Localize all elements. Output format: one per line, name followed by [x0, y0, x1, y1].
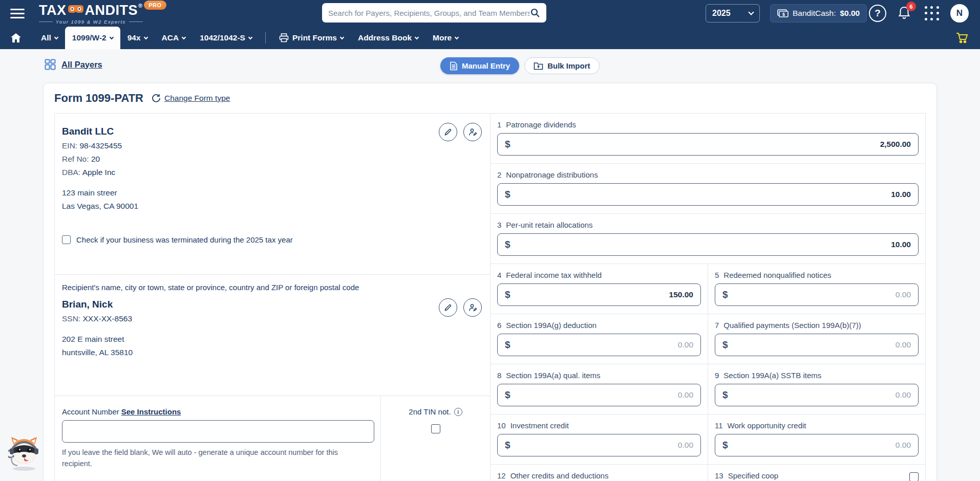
nav-tab-all[interactable]: All — [34, 27, 65, 49]
field-9: 9Section 199A(a) SSTB items $ — [708, 364, 925, 414]
payer-name[interactable]: Bandit LLC — [62, 126, 483, 137]
banditcash-button[interactable]: $ BanditCash: $0.00 — [770, 4, 867, 23]
manual-entry-button[interactable]: Manual Entry — [440, 57, 519, 74]
field-4-input[interactable] — [510, 290, 693, 299]
money-bill-icon: $ — [777, 9, 789, 17]
help-button[interactable]: ? — [869, 5, 886, 22]
search-icon[interactable] — [530, 8, 540, 18]
recipient-name[interactable]: Brian, Nick — [62, 299, 483, 310]
chevron-down-icon — [182, 35, 186, 39]
field-9-label: Section 199A(a) SSTB items — [723, 371, 821, 380]
chevron-down-icon — [748, 9, 754, 15]
business-terminated-row: Check if your business was terminated du… — [62, 235, 483, 244]
field-1-label: Patronage dividends — [506, 120, 576, 129]
dollar-icon: $ — [505, 239, 510, 250]
field-2-number: 2 — [497, 170, 501, 179]
cart-icon[interactable] — [955, 32, 969, 46]
edit-recipient-icon[interactable] — [439, 298, 457, 317]
field-1-input[interactable] — [510, 140, 911, 149]
nav-tab-1042[interactable]: 1042/1042-S — [193, 27, 259, 49]
chevron-down-icon — [248, 35, 252, 39]
hamburger-menu-icon[interactable] — [10, 9, 25, 18]
payer-section: Bandit LLC EIN: 98-4325455 Ref No: 20 DB… — [55, 114, 490, 275]
content-area: All Payers Manual Entry Bulk Import Form… — [0, 49, 980, 481]
recipient-actions — [439, 298, 482, 317]
field-6-number: 6 — [497, 321, 501, 330]
business-terminated-checkbox[interactable] — [62, 235, 71, 244]
field-7: 7Qualified payments (Section 199A(b)(7))… — [708, 314, 925, 364]
field-6-input[interactable] — [510, 340, 693, 349]
field-8-label: Section 199A(a) qual. items — [506, 371, 600, 380]
logo-tax-text: TAX — [39, 3, 67, 18]
second-tin-checkbox[interactable] — [431, 424, 440, 433]
field-row-8-9: 8Section 199A(a) qual. items $ 9Section … — [491, 364, 925, 414]
field-7-label: Qualified payments (Section 199A(b)(7)) — [723, 321, 861, 330]
field-11-number: 11 — [715, 421, 723, 430]
printer-icon — [279, 33, 289, 42]
nav-tab-1099-w2[interactable]: 1099/W-2 — [65, 27, 120, 49]
svg-text:$: $ — [782, 12, 785, 17]
home-icon[interactable] — [10, 32, 22, 43]
edit-payer-icon[interactable] — [439, 123, 457, 141]
form-title: Form 1099-PATR — [54, 92, 143, 105]
dollar-icon: $ — [722, 339, 728, 351]
page-toolbar: All Payers Manual Entry Bulk Import — [0, 49, 980, 83]
nav-tab-more[interactable]: More — [425, 27, 465, 49]
nav-tab-print-forms[interactable]: Print Forms — [272, 27, 351, 49]
form-card-header: Form 1099-PATR Change Form type — [44, 83, 936, 113]
form-left-pane: Bandit LLC EIN: 98-4325455 Ref No: 20 DB… — [55, 114, 490, 481]
field-10-input[interactable] — [510, 441, 693, 450]
field-9-input[interactable] — [728, 390, 911, 400]
change-form-type-link[interactable]: Change Form type — [152, 94, 230, 103]
dollar-icon: $ — [505, 139, 510, 150]
bulk-import-label: Bulk Import — [547, 61, 590, 70]
nav-tab-aca[interactable]: ACA — [155, 27, 193, 49]
field-8: 8Section 199A(a) qual. items $ — [491, 364, 708, 414]
tax-year-value: 2025 — [712, 9, 731, 18]
field-4: 4Federal income tax withheld $ — [491, 264, 708, 314]
recipient-section: Recipient's name, city or town, state or… — [55, 275, 490, 396]
taxbandits-logo[interactable]: TAX ANDITS ® PRO Your 1099 & W2 Experts — [39, 3, 143, 25]
nav-divider — [265, 32, 266, 43]
logo-andits-text: ANDITS — [85, 3, 138, 18]
pro-badge: PRO — [144, 1, 166, 10]
search-input[interactable] — [328, 9, 530, 17]
tax-year-dropdown[interactable]: 2025 — [706, 4, 760, 23]
refresh-icon — [152, 94, 161, 103]
field-7-input[interactable] — [728, 340, 911, 349]
field-4-number: 4 — [497, 271, 501, 279]
change-payer-icon[interactable] — [463, 123, 482, 141]
field-5-input[interactable] — [728, 290, 911, 299]
taxbandits-app: TAX ANDITS ® PRO Your 1099 & W2 Experts … — [0, 0, 980, 481]
field-4-label: Federal income tax withheld — [506, 271, 602, 279]
all-payers-link[interactable]: All Payers — [44, 58, 102, 71]
bandit-mascot[interactable] — [8, 435, 40, 473]
field-3-input[interactable] — [510, 240, 911, 249]
banditcash-label: BanditCash: — [793, 9, 836, 18]
bulk-import-button[interactable]: Bulk Import — [524, 57, 599, 74]
see-instructions-link[interactable]: See Instructions — [121, 407, 181, 416]
field-2-input[interactable] — [510, 190, 911, 199]
info-icon[interactable]: i — [454, 408, 462, 416]
user-avatar[interactable]: N — [950, 4, 969, 23]
field-2-box: $ — [497, 183, 919, 206]
field-13-checkbox[interactable] — [909, 472, 919, 481]
account-number-input[interactable] — [62, 420, 374, 443]
payer-ein: EIN: 98-4325455 — [62, 141, 483, 150]
field-11-input[interactable] — [728, 441, 911, 450]
field-row-1: 1Patronage dividends $ — [491, 114, 925, 164]
payer-dba: DBA: Apple Inc — [62, 168, 483, 177]
bandit-mask-icon — [67, 5, 84, 14]
nav-tab-1042-label: 1042/1042-S — [200, 33, 245, 42]
nav-tab-address-book[interactable]: Address Book — [351, 27, 425, 49]
account-number-section: Account Number See Instructions If you l… — [55, 396, 490, 481]
nav-tab-94x[interactable]: 94x — [120, 27, 155, 49]
change-recipient-icon[interactable] — [463, 298, 482, 317]
notifications-button[interactable]: 6 — [898, 6, 911, 22]
notification-count-badge: 6 — [906, 2, 916, 11]
recipient-section-header: Recipient's name, city or town, state or… — [62, 283, 483, 292]
field-row-4-5: 4Federal income tax withheld $ 5Redeemed… — [491, 264, 925, 314]
avatar-initial: N — [956, 8, 963, 18]
field-8-input[interactable] — [510, 390, 693, 400]
apps-grid-icon[interactable] — [925, 6, 940, 21]
